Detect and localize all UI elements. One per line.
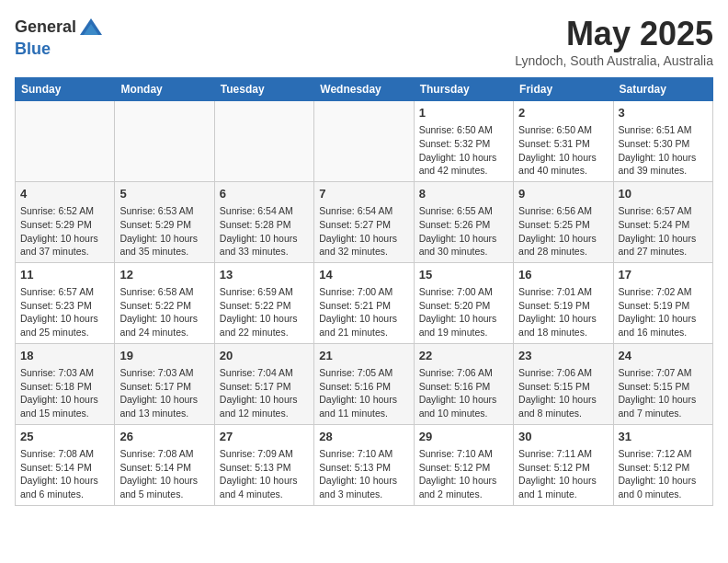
calendar-table: SundayMondayTuesdayWednesdayThursdayFrid…	[15, 77, 713, 506]
calendar-cell: 16Sunrise: 7:01 AMSunset: 5:19 PMDayligh…	[514, 262, 613, 343]
day-info: Sunrise: 6:56 AM	[518, 204, 608, 218]
day-info: Sunrise: 6:57 AM	[619, 204, 708, 218]
day-info: and 2 minutes.	[419, 488, 508, 501]
day-info: and 28 minutes.	[518, 245, 608, 259]
day-info: and 16 minutes.	[619, 326, 708, 339]
day-number: 13	[220, 267, 309, 283]
day-number: 21	[319, 348, 408, 364]
logo-general-text: General	[15, 18, 76, 37]
day-info: Sunrise: 7:01 AM	[518, 285, 608, 299]
day-info: and 1 minute.	[518, 488, 608, 501]
day-info: Sunset: 5:20 PM	[419, 299, 508, 313]
column-header-tuesday: Tuesday	[214, 78, 313, 101]
day-info: Daylight: 10 hours	[518, 232, 608, 246]
logo-icon	[78, 15, 104, 40]
day-info: Sunset: 5:18 PM	[20, 380, 109, 394]
day-number: 7	[319, 186, 408, 202]
day-info: Sunset: 5:29 PM	[20, 218, 109, 232]
day-info: Sunset: 5:12 PM	[518, 461, 608, 475]
day-info: and 10 minutes.	[419, 407, 508, 420]
day-number: 22	[419, 348, 508, 364]
day-info: Sunrise: 6:50 AM	[419, 123, 508, 137]
day-number: 4	[20, 186, 109, 202]
day-info: Sunset: 5:32 PM	[419, 137, 508, 151]
calendar-cell: 13Sunrise: 6:59 AMSunset: 5:22 PMDayligh…	[214, 262, 313, 343]
calendar-cell: 2Sunrise: 6:50 AMSunset: 5:31 PMDaylight…	[514, 101, 613, 182]
calendar-cell: 3Sunrise: 6:51 AMSunset: 5:30 PMDaylight…	[613, 101, 712, 182]
day-number: 24	[619, 348, 708, 364]
day-info: Sunrise: 6:54 AM	[319, 204, 408, 218]
day-info: and 24 minutes.	[119, 326, 209, 339]
day-info: Daylight: 10 hours	[319, 393, 408, 407]
day-info: Sunset: 5:22 PM	[220, 299, 309, 313]
day-info: Daylight: 10 hours	[419, 151, 508, 165]
day-info: Sunset: 5:14 PM	[20, 461, 109, 475]
day-number: 16	[518, 267, 608, 283]
calendar-cell: 15Sunrise: 7:00 AMSunset: 5:20 PMDayligh…	[414, 262, 513, 343]
day-info: Sunrise: 6:57 AM	[20, 285, 109, 299]
day-info: and 40 minutes.	[518, 164, 608, 178]
day-info: and 12 minutes.	[220, 407, 309, 420]
day-info: and 19 minutes.	[419, 326, 508, 339]
day-number: 29	[419, 429, 508, 445]
day-info: Daylight: 10 hours	[319, 312, 408, 326]
day-info: Daylight: 10 hours	[518, 474, 608, 488]
day-info: and 42 minutes.	[419, 164, 508, 178]
day-info: Daylight: 10 hours	[419, 393, 508, 407]
day-info: Sunset: 5:15 PM	[619, 380, 708, 394]
calendar-cell: 6Sunrise: 6:54 AMSunset: 5:28 PMDaylight…	[214, 181, 313, 262]
day-info: and 32 minutes.	[319, 245, 408, 259]
day-info: Daylight: 10 hours	[119, 474, 209, 488]
calendar-cell: 14Sunrise: 7:00 AMSunset: 5:21 PMDayligh…	[314, 262, 414, 343]
day-info: Sunset: 5:16 PM	[419, 380, 508, 394]
calendar-cell: 5Sunrise: 6:53 AMSunset: 5:29 PMDaylight…	[115, 181, 214, 262]
day-info: Sunrise: 6:50 AM	[518, 123, 608, 137]
day-info: Daylight: 10 hours	[220, 474, 309, 488]
calendar-header-row: SundayMondayTuesdayWednesdayThursdayFrid…	[16, 78, 713, 101]
calendar-cell: 21Sunrise: 7:05 AMSunset: 5:16 PMDayligh…	[314, 343, 414, 424]
day-number: 20	[220, 348, 309, 364]
day-info: Sunrise: 6:51 AM	[619, 123, 708, 137]
calendar-cell: 30Sunrise: 7:11 AMSunset: 5:12 PMDayligh…	[514, 424, 613, 505]
day-info: Sunset: 5:24 PM	[619, 218, 708, 232]
day-info: and 30 minutes.	[419, 245, 508, 259]
day-info: and 27 minutes.	[619, 245, 708, 259]
day-number: 11	[20, 267, 109, 283]
day-info: Daylight: 10 hours	[319, 232, 408, 246]
column-header-thursday: Thursday	[414, 78, 513, 101]
calendar-cell: 7Sunrise: 6:54 AMSunset: 5:27 PMDaylight…	[314, 181, 414, 262]
day-number: 28	[319, 429, 408, 445]
day-number: 12	[119, 267, 209, 283]
calendar-week-1: 1Sunrise: 6:50 AMSunset: 5:32 PMDaylight…	[16, 101, 713, 182]
day-info: Sunrise: 7:05 AM	[319, 366, 408, 380]
day-info: and 8 minutes.	[518, 407, 608, 420]
day-info: and 6 minutes.	[20, 488, 109, 501]
day-info: and 7 minutes.	[619, 407, 708, 420]
day-info: Daylight: 10 hours	[518, 393, 608, 407]
day-info: Daylight: 10 hours	[619, 151, 708, 165]
calendar-week-2: 4Sunrise: 6:52 AMSunset: 5:29 PMDaylight…	[16, 181, 713, 262]
day-number: 26	[119, 429, 209, 445]
day-info: Daylight: 10 hours	[220, 312, 309, 326]
day-number: 3	[619, 105, 708, 121]
day-info: and 18 minutes.	[518, 326, 608, 339]
day-info: Sunset: 5:22 PM	[119, 299, 209, 313]
calendar-cell: 9Sunrise: 6:56 AMSunset: 5:25 PMDaylight…	[514, 181, 613, 262]
day-info: Sunrise: 6:59 AM	[220, 285, 309, 299]
day-info: Daylight: 10 hours	[518, 312, 608, 326]
column-header-friday: Friday	[514, 78, 613, 101]
calendar-cell: 31Sunrise: 7:12 AMSunset: 5:12 PMDayligh…	[613, 424, 712, 505]
day-info: Sunset: 5:13 PM	[220, 461, 309, 475]
calendar-week-3: 11Sunrise: 6:57 AMSunset: 5:23 PMDayligh…	[16, 262, 713, 343]
day-info: Daylight: 10 hours	[619, 474, 708, 488]
location-subtitle: Lyndoch, South Australia, Australia	[515, 53, 713, 68]
day-info: and 15 minutes.	[20, 407, 109, 420]
day-info: Sunrise: 7:11 AM	[518, 447, 608, 461]
day-info: Sunrise: 6:52 AM	[20, 204, 109, 218]
day-info: Sunrise: 7:08 AM	[119, 447, 209, 461]
day-info: and 37 minutes.	[20, 245, 109, 259]
page-header: General Blue May 2025 Lyndoch, South Aus…	[15, 15, 713, 68]
day-info: Sunrise: 7:06 AM	[518, 366, 608, 380]
logo-blue-text: Blue	[15, 40, 104, 59]
calendar-cell: 12Sunrise: 6:58 AMSunset: 5:22 PMDayligh…	[115, 262, 214, 343]
